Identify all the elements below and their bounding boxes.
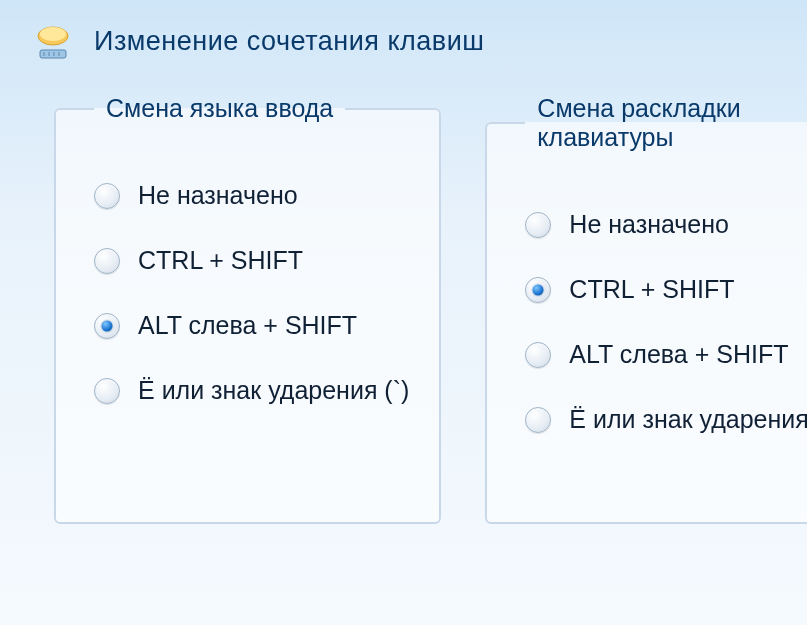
radio-icon[interactable] (525, 342, 551, 368)
option-label: Ё или знак ударения (`) (138, 376, 409, 405)
option-left-alt-shift[interactable]: ALT слева + SHIFT (94, 311, 409, 340)
option-not-assigned[interactable]: Не назначено (94, 181, 409, 210)
groups-container: Смена языка ввода Не назначено CTRL + SH… (0, 94, 807, 524)
option-label: Не назначено (138, 181, 298, 210)
option-label: Не назначено (569, 210, 729, 239)
radio-icon[interactable] (525, 212, 551, 238)
group-keyboard-layout: Смена раскладки клавиатуры Не назначено … (485, 94, 807, 524)
radio-icon[interactable] (94, 313, 120, 339)
dialog-header: Изменение сочетания клавиш (0, 0, 807, 94)
dialog-title: Изменение сочетания клавиш (94, 26, 484, 57)
radio-icon[interactable] (94, 183, 120, 209)
group-input-language: Смена языка ввода Не назначено CTRL + SH… (54, 94, 441, 524)
option-grave-accent[interactable]: Ё или знак ударения (`) (525, 405, 807, 434)
option-grave-accent[interactable]: Ё или знак ударения (`) (94, 376, 409, 405)
radio-icon[interactable] (94, 248, 120, 274)
keyboard-layout-icon (32, 20, 74, 62)
option-label: CTRL + SHIFT (569, 275, 734, 304)
group-legend: Смена раскладки клавиатуры (525, 94, 807, 152)
option-label: ALT слева + SHIFT (569, 340, 788, 369)
group-legend: Смена языка ввода (94, 94, 345, 123)
option-left-alt-shift[interactable]: ALT слева + SHIFT (525, 340, 807, 369)
radio-icon[interactable] (525, 407, 551, 433)
radio-icon[interactable] (525, 277, 551, 303)
svg-point-1 (40, 27, 66, 41)
option-label: CTRL + SHIFT (138, 246, 303, 275)
option-ctrl-shift[interactable]: CTRL + SHIFT (525, 275, 807, 304)
option-not-assigned[interactable]: Не назначено (525, 210, 807, 239)
option-ctrl-shift[interactable]: CTRL + SHIFT (94, 246, 409, 275)
radio-icon[interactable] (94, 378, 120, 404)
option-label: ALT слева + SHIFT (138, 311, 357, 340)
change-key-sequence-dialog: Изменение сочетания клавиш Смена языка в… (0, 0, 807, 625)
option-label: Ё или знак ударения (`) (569, 405, 807, 434)
